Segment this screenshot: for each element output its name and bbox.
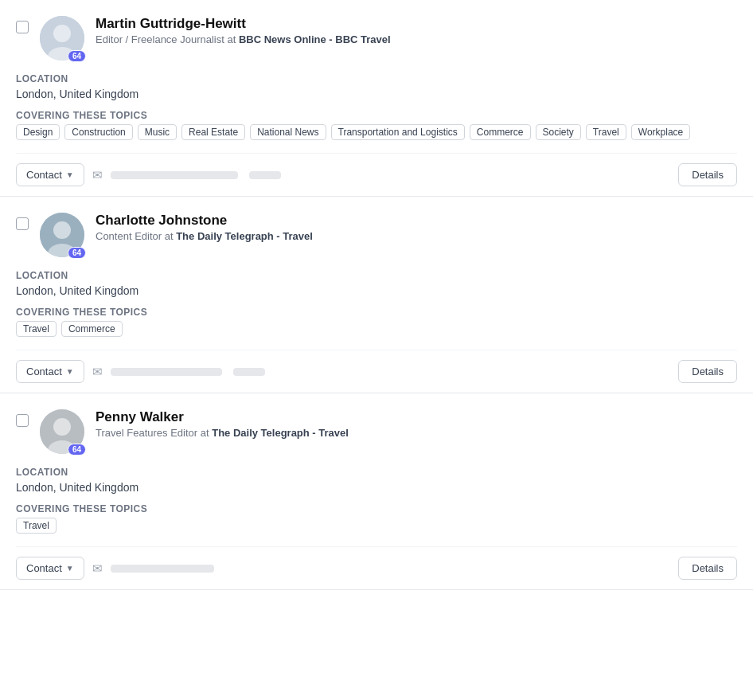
checkbox-col (16, 16, 29, 37)
email-bar-1 (233, 368, 265, 376)
location-text: London, United Kingdom (16, 88, 737, 100)
chevron-down-icon: ▼ (66, 170, 74, 179)
topic-tag: National News (250, 124, 326, 140)
svg-point-1 (53, 25, 71, 42)
avatar-wrap: 64 (40, 409, 84, 454)
person-role: Content Editor at The Daily Telegraph - … (96, 230, 737, 242)
location-text: London, United Kingdom (16, 481, 737, 494)
topic-tag: Travel (586, 124, 626, 140)
card-footer: Contact ▼ ✉ Details (16, 153, 737, 196)
contact-card-martin: 64 Martin Guttridge-Hewitt Editor / Free… (0, 0, 753, 197)
email-bar-1 (249, 171, 281, 179)
person-info: Martin Guttridge-Hewitt Editor / Freelan… (96, 16, 737, 45)
email-bar-0 (111, 171, 238, 179)
location-label: Location (16, 467, 737, 478)
person-name: Penny Walker (96, 409, 737, 425)
topic-tag: Commerce (61, 321, 123, 337)
topics-wrap: DesignConstructionMusicReal EstateNation… (16, 124, 737, 140)
person-outlet: The Daily Telegraph - Travel (212, 427, 349, 439)
avatar-wrap: 64 (40, 213, 84, 257)
topic-tag: Commerce (470, 124, 531, 140)
topic-tag: Travel (16, 321, 57, 337)
topics-label: Covering these topics (16, 110, 737, 121)
email-bar-0 (111, 368, 222, 376)
svg-point-4 (53, 221, 71, 239)
card-footer: Contact ▼ ✉ Details (16, 546, 737, 589)
chevron-down-icon: ▼ (66, 367, 74, 376)
details-button[interactable]: Details (678, 163, 737, 186)
avatar-badge: 64 (68, 247, 86, 259)
footer-left: Contact ▼ ✉ (16, 557, 217, 580)
footer-left: Contact ▼ ✉ (16, 360, 265, 383)
email-icon[interactable]: ✉ (92, 561, 103, 576)
person-role: Editor / Freelance Journalist at BBC New… (96, 33, 737, 45)
card-footer: Contact ▼ ✉ Details (16, 350, 737, 393)
topics-label: Covering these topics (16, 503, 737, 514)
contact-card-charlotte: 64 Charlotte Johnstone Content Editor at… (0, 197, 753, 393)
select-checkbox[interactable] (16, 414, 29, 427)
topic-tag: Design (16, 124, 60, 140)
person-info: Penny Walker Travel Features Editor at T… (96, 409, 737, 439)
person-outlet: BBC News Online - BBC Travel (239, 33, 391, 45)
topic-tag: Music (138, 124, 177, 140)
person-info: Charlotte Johnstone Content Editor at Th… (96, 213, 737, 242)
card-header: 64 Charlotte Johnstone Content Editor at… (16, 213, 737, 257)
topic-tag: Travel (16, 518, 57, 534)
checkbox-col (16, 213, 29, 233)
person-outlet: The Daily Telegraph - Travel (176, 230, 313, 242)
email-bar-0 (111, 565, 214, 573)
svg-point-7 (53, 418, 71, 436)
location-text: London, United Kingdom (16, 284, 737, 297)
contact-button[interactable]: Contact ▼ (16, 360, 84, 383)
location-label: Location (16, 73, 737, 84)
person-name: Martin Guttridge-Hewitt (96, 16, 737, 32)
details-button[interactable]: Details (678, 557, 737, 580)
contact-button[interactable]: Contact ▼ (16, 557, 84, 580)
select-checkbox[interactable] (16, 21, 29, 33)
avatar-wrap: 64 (40, 16, 84, 61)
avatar-badge: 64 (68, 444, 86, 456)
topic-tag: Society (536, 124, 581, 140)
topic-tag: Workplace (631, 124, 690, 140)
contact-label: Contact (26, 366, 62, 377)
topics-wrap: Travel (16, 518, 737, 534)
card-header: 64 Penny Walker Travel Features Editor a… (16, 409, 737, 454)
footer-left: Contact ▼ ✉ (16, 163, 281, 186)
location-label: Location (16, 270, 737, 281)
email-icon[interactable]: ✉ (92, 365, 103, 379)
topic-tag: Construction (64, 124, 132, 140)
person-name: Charlotte Johnstone (96, 213, 737, 229)
person-role: Travel Features Editor at The Daily Tele… (96, 427, 737, 439)
topics-wrap: TravelCommerce (16, 321, 737, 337)
topic-tag: Transportation and Logistics (331, 124, 465, 140)
contact-card-penny: 64 Penny Walker Travel Features Editor a… (0, 393, 753, 590)
contact-button[interactable]: Contact ▼ (16, 163, 84, 186)
details-button[interactable]: Details (678, 360, 737, 383)
chevron-down-icon: ▼ (66, 564, 74, 573)
checkbox-col (16, 409, 29, 430)
select-checkbox[interactable] (16, 217, 29, 230)
topics-label: Covering these topics (16, 307, 737, 318)
email-icon[interactable]: ✉ (92, 168, 103, 182)
contact-label: Contact (26, 169, 62, 181)
avatar-badge: 64 (68, 50, 86, 62)
card-header: 64 Martin Guttridge-Hewitt Editor / Free… (16, 16, 737, 61)
contact-label: Contact (26, 562, 62, 574)
topic-tag: Real Estate (181, 124, 245, 140)
